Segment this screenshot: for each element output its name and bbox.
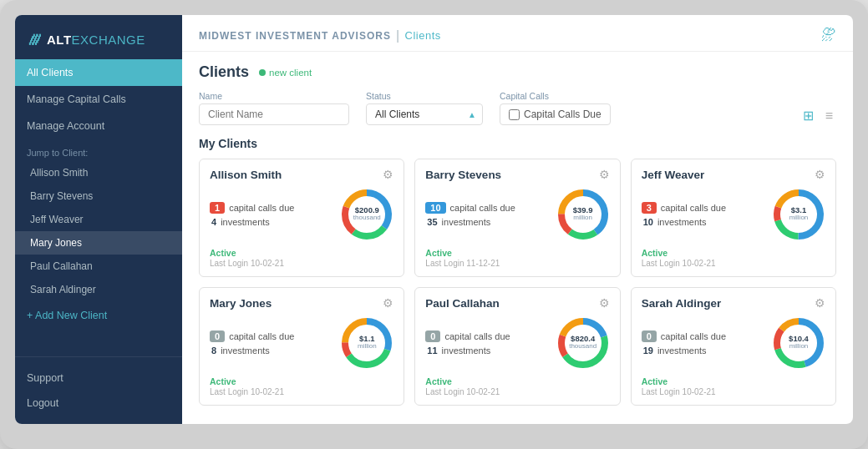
capital-calls-checkbox-label: Capital Calls Due — [524, 108, 602, 120]
client-stats: 10 capital calls due 35 investments — [425, 202, 515, 227]
settings-icon[interactable]: ⚙ — [599, 168, 610, 181]
client-status: Active — [425, 248, 452, 258]
jump-allison-smith[interactable]: Allison Smith — [15, 161, 182, 184]
capital-calls-label: capital calls due — [229, 331, 294, 341]
donut-chart: $10.4 million — [772, 316, 825, 370]
client-status: Active — [425, 376, 452, 386]
client-card-barry-stevens[interactable]: Barry Stevens ⚙ 10 capital calls due 35 … — [414, 159, 620, 277]
settings-icon[interactable]: ⚙ — [815, 296, 825, 310]
status-filter-label: Status — [366, 91, 483, 101]
investments-count: 11 — [427, 346, 437, 356]
investments-count: 35 — [427, 217, 437, 227]
client-name: Mary Jones — [210, 297, 272, 310]
jump-barry-stevens[interactable]: Barry Stevens — [15, 184, 182, 208]
client-stats: 3 capital calls due 10 investments — [642, 202, 726, 227]
sidebar-nav: All Clients Manage Capital Calls Manage … — [15, 59, 182, 356]
investments-count: 10 — [643, 217, 653, 227]
client-card-header: Mary Jones ⚙ — [210, 296, 393, 310]
my-clients-title: My Clients — [199, 137, 836, 150]
client-card-body: 0 capital calls due 19 investments $10.4… — [642, 316, 825, 370]
capital-calls-label: capital calls due — [229, 203, 294, 213]
new-client-button[interactable]: new client — [259, 68, 312, 78]
client-card-paul-callahan[interactable]: Paul Callahan ⚙ 0 capital calls due 11 i… — [414, 287, 620, 406]
status-filter-select[interactable]: All Clients Active Inactive — [366, 103, 483, 125]
investments-stat: 35 investments — [425, 217, 515, 227]
clients-grid: Allison Smith ⚙ 1 capital calls due 4 in… — [199, 159, 836, 406]
capital-calls-badge: 1 — [210, 202, 225, 214]
screen: ⫻ ALTEXCHANGE All Clients Manage Capital… — [15, 15, 853, 424]
client-card-allison-smith[interactable]: Allison Smith ⚙ 1 capital calls due 4 in… — [199, 159, 404, 277]
sidebar-item-manage-account[interactable]: Manage Account — [15, 113, 182, 139]
client-card-header: Sarah Aldinger ⚙ — [642, 296, 825, 310]
last-login: Last Login 10-02-21 — [642, 259, 716, 268]
capital-calls-badge: 0 — [642, 330, 657, 342]
clients-header: Clients new client — [199, 63, 836, 81]
filters-row: Name Status All Clients Active Inactive … — [199, 91, 836, 125]
topbar: MIDWEST INVESTMENT ADVISORS | Clients ⛈ — [182, 15, 853, 52]
logo: ⫻ ALTEXCHANGE — [15, 15, 182, 59]
capital-calls-stat: 0 capital calls due — [642, 330, 726, 342]
settings-icon[interactable]: ⚙ — [383, 168, 393, 181]
client-card-footer: Active Last Login 10-02-21 — [425, 376, 609, 396]
client-card-body: 0 capital calls due 11 investments $820.… — [425, 316, 609, 370]
capital-calls-badge: 10 — [425, 202, 445, 214]
capital-calls-badge: 3 — [642, 202, 657, 214]
investments-count: 4 — [211, 217, 216, 227]
logout-link[interactable]: Logout — [15, 391, 182, 416]
list-view-button[interactable]: ≡ — [822, 107, 836, 125]
client-card-header: Jeff Weaver ⚙ — [642, 168, 825, 181]
donut-chart: $200.9 thousand — [340, 188, 393, 241]
name-filter-input[interactable] — [199, 103, 349, 125]
client-name: Jeff Weaver — [642, 169, 705, 181]
client-card-mary-jones[interactable]: Mary Jones ⚙ 0 capital calls due 8 inves… — [199, 287, 404, 406]
status-filter-group: Status All Clients Active Inactive ▲ — [366, 91, 483, 125]
investments-label: investments — [442, 217, 491, 227]
settings-icon[interactable]: ⚙ — [599, 296, 610, 310]
jump-mary-jones[interactable]: Mary Jones — [15, 231, 182, 255]
capital-calls-label: capital calls due — [450, 203, 515, 213]
sidebar-item-manage-capital-calls[interactable]: Manage Capital Calls — [15, 86, 182, 113]
jump-sarah-aldinger[interactable]: Sarah Aldinger — [15, 278, 182, 301]
sidebar: ⫻ ALTEXCHANGE All Clients Manage Capital… — [15, 15, 182, 424]
client-stats: 0 capital calls due 11 investments — [425, 330, 510, 356]
client-name: Paul Callahan — [425, 297, 500, 310]
client-stats: 0 capital calls due 19 investments — [642, 330, 726, 356]
capital-calls-stat: 10 capital calls due — [425, 202, 515, 214]
topbar-separator: | — [396, 28, 400, 43]
clients-heading: Clients — [199, 63, 249, 81]
last-login: Last Login 10-02-21 — [210, 387, 284, 396]
jump-paul-callahan[interactable]: Paul Callahan — [15, 255, 182, 278]
client-card-sarah-aldinger[interactable]: Sarah Aldinger ⚙ 0 capital calls due 19 … — [631, 287, 836, 406]
donut-chart: $3.1 million — [772, 188, 825, 241]
main-content: MIDWEST INVESTMENT ADVISORS | Clients ⛈ … — [182, 15, 853, 424]
sidebar-item-all-clients[interactable]: All Clients — [15, 59, 182, 86]
notification-icon[interactable]: ⛈ — [821, 27, 836, 44]
capital-calls-label: capital calls due — [661, 331, 726, 341]
investments-stat: 19 investments — [642, 346, 726, 356]
last-login: Last Login 10-02-21 — [642, 387, 716, 396]
client-card-footer: Active Last Login 10-02-21 — [642, 248, 825, 268]
last-login: Last Login 11-12-21 — [425, 259, 500, 268]
support-link[interactable]: Support — [15, 366, 182, 391]
capital-calls-checkbox-wrap: Capital Calls Due — [500, 103, 611, 125]
view-toggle: ⊞ ≡ — [799, 106, 836, 125]
settings-icon[interactable]: ⚙ — [383, 296, 393, 310]
client-status: Active — [642, 248, 668, 258]
new-client-label: new client — [269, 68, 312, 78]
settings-icon[interactable]: ⚙ — [815, 168, 825, 181]
logo-icon: ⫻ — [27, 30, 42, 49]
capital-calls-stat: 1 capital calls due — [210, 202, 294, 214]
investments-stat: 11 investments — [425, 346, 510, 356]
add-new-client-button[interactable]: + Add New Client — [15, 301, 182, 330]
topbar-title: MIDWEST INVESTMENT ADVISORS | Clients — [199, 28, 441, 43]
client-card-body: 0 capital calls due 8 investments $1.1 m… — [210, 316, 393, 370]
grid-view-button[interactable]: ⊞ — [799, 106, 817, 125]
capital-calls-checkbox[interactable] — [509, 109, 520, 120]
investments-stat: 4 investments — [210, 217, 294, 227]
client-card-body: 1 capital calls due 4 investments $200.9… — [210, 188, 393, 241]
jump-to-client-label: Jump to Client: — [15, 139, 182, 161]
jump-jeff-weaver[interactable]: Jeff Weaver — [15, 208, 182, 231]
client-name: Barry Stevens — [425, 169, 501, 181]
client-card-jeff-weaver[interactable]: Jeff Weaver ⚙ 3 capital calls due 10 inv… — [631, 159, 836, 277]
last-login: Last Login 10-02-21 — [425, 387, 500, 396]
